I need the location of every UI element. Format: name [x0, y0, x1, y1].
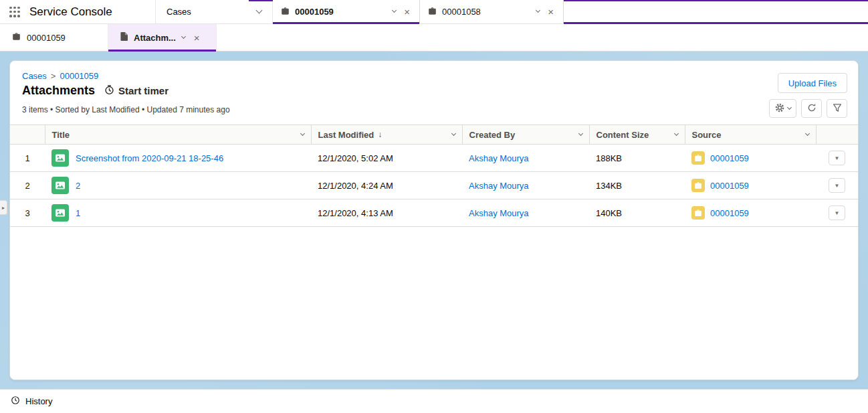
- nav-tab-label: Cases: [167, 7, 191, 17]
- column-header-last-modified[interactable]: Last Modified↓: [311, 125, 462, 145]
- source-record-link[interactable]: 00001059: [710, 153, 749, 163]
- close-tab-button[interactable]: ×: [401, 5, 413, 18]
- last-modified-cell: 12/1/2020, 4:24 AM: [311, 172, 462, 199]
- column-header-source[interactable]: Source: [685, 125, 816, 145]
- attachment-title-link[interactable]: Screenshot from 2020-09-21 18-25-46: [76, 153, 223, 163]
- row-number: 2: [10, 172, 45, 199]
- row-actions-button[interactable]: ▼: [829, 205, 845, 220]
- list-meta-text: 3 items • Sorted by Last Modified • Upda…: [22, 105, 230, 114]
- chevron-down-icon[interactable]: [181, 33, 186, 38]
- row-number: 3: [10, 199, 45, 227]
- card-header: Cases > 00001059 Attachments Start timer…: [10, 61, 858, 125]
- case-icon: [691, 179, 705, 192]
- menu-arrow-icon: ▼: [835, 155, 840, 161]
- last-modified-cell: 12/1/2020, 4:13 AM: [311, 199, 462, 227]
- upload-files-button[interactable]: Upload Files: [778, 73, 847, 93]
- card-header-actions: Upload Files: [769, 71, 847, 118]
- workspace-tab-label: 00001059: [295, 7, 387, 17]
- filter-icon: [833, 103, 842, 114]
- breadcrumb-record-link[interactable]: 00001059: [60, 71, 98, 81]
- chevron-down-icon[interactable]: [392, 8, 397, 13]
- chevron-down-icon[interactable]: [804, 131, 809, 135]
- created-by-link[interactable]: Akshay Mourya: [469, 181, 529, 191]
- left-panel-expander[interactable]: ▸: [0, 200, 7, 215]
- chevron-down-icon[interactable]: [256, 7, 263, 14]
- column-header-rownum: [10, 125, 45, 145]
- refresh-button[interactable]: [801, 99, 822, 118]
- filter-button[interactable]: [827, 99, 847, 118]
- case-icon: [691, 206, 705, 220]
- briefcase-icon: [12, 32, 21, 43]
- image-file-icon: [51, 204, 69, 222]
- breadcrumb-separator: >: [51, 71, 56, 81]
- page-title: Attachments: [22, 84, 95, 98]
- table-header-row: Title Last Modified↓ Created By Content …: [10, 125, 858, 145]
- content-size-cell: 140KB: [589, 199, 685, 227]
- content-size-cell: 134KB: [589, 172, 685, 199]
- console-main-area: ▸ Cases > 00001059 Attachments Start tim…: [0, 52, 868, 389]
- attachment-title-link[interactable]: 1: [76, 208, 80, 218]
- image-file-icon: [51, 149, 69, 167]
- chevron-down-icon: [787, 104, 792, 109]
- subtab-label: Attachm...: [134, 33, 176, 43]
- utility-bar: History: [0, 389, 868, 413]
- start-timer-button[interactable]: Start timer: [104, 85, 169, 97]
- chevron-down-icon[interactable]: [673, 131, 678, 135]
- brand-bottom-line: [564, 22, 868, 24]
- table-row: 2 2 12/1/2020, 4:24 AM Akshay Mourya 134…: [10, 172, 858, 199]
- briefcase-icon: [281, 7, 290, 17]
- breadcrumb: Cases > 00001059: [22, 71, 230, 81]
- subtab-label: 00001059: [27, 33, 66, 43]
- timer-icon: [104, 85, 114, 97]
- row-actions-button[interactable]: ▼: [829, 151, 845, 165]
- menu-arrow-icon: ▼: [835, 183, 840, 189]
- workspace-tab-00001058[interactable]: 00001058 ×: [420, 0, 564, 23]
- list-settings-button[interactable]: [769, 99, 796, 118]
- attachment-title-link[interactable]: 2: [76, 181, 80, 191]
- history-icon: [11, 396, 20, 407]
- row-actions-button[interactable]: ▼: [829, 178, 845, 193]
- last-modified-cell: 12/1/2020, 5:02 AM: [311, 145, 462, 172]
- file-icon: [120, 32, 128, 43]
- chevron-down-icon[interactable]: [536, 8, 540, 13]
- table-row: 3 1 12/1/2020, 4:13 AM Akshay Mourya 140…: [10, 199, 858, 227]
- source-record-link[interactable]: 00001059: [710, 208, 749, 218]
- column-header-content-size[interactable]: Content Size: [589, 125, 685, 145]
- chevron-down-icon[interactable]: [578, 131, 582, 135]
- close-subtab-button[interactable]: ×: [191, 31, 203, 44]
- case-icon: [691, 151, 705, 165]
- source-record-link[interactable]: 00001059: [710, 181, 749, 191]
- subtab-00001059[interactable]: 00001059: [0, 24, 108, 51]
- app-launcher-icon[interactable]: [9, 7, 20, 17]
- subtab-attachments[interactable]: Attachm... ×: [108, 24, 217, 51]
- app-title: Service Console: [29, 5, 112, 19]
- attachments-card: Cases > 00001059 Attachments Start timer…: [9, 60, 859, 380]
- column-header-title[interactable]: Title: [45, 125, 311, 145]
- column-header-actions: [816, 125, 858, 145]
- global-header: Service Console Cases 00001059 × 0000105…: [0, 0, 868, 24]
- menu-arrow-icon: ▼: [835, 210, 840, 216]
- content-size-cell: 188KB: [589, 145, 685, 172]
- workspace-subtabs: 00001059 Attachm... ×: [0, 24, 868, 52]
- history-utility-button[interactable]: History: [25, 396, 52, 406]
- breadcrumb-cases-link[interactable]: Cases: [22, 71, 47, 81]
- start-timer-label: Start timer: [118, 85, 169, 96]
- column-header-created-by[interactable]: Created By: [462, 125, 589, 145]
- app-header-left: Service Console: [0, 0, 155, 23]
- created-by-link[interactable]: Akshay Mourya: [469, 208, 529, 218]
- nav-tab-cases[interactable]: Cases: [155, 0, 273, 23]
- close-tab-button[interactable]: ×: [545, 5, 556, 18]
- chevron-down-icon[interactable]: [300, 131, 304, 135]
- created-by-link[interactable]: Akshay Mourya: [469, 153, 529, 163]
- attachments-table: Title Last Modified↓ Created By Content …: [10, 125, 858, 227]
- refresh-icon: [807, 103, 817, 114]
- image-file-icon: [51, 177, 69, 194]
- chevron-down-icon[interactable]: [451, 131, 455, 135]
- expand-arrow-icon: ▸: [2, 205, 5, 211]
- briefcase-icon: [428, 7, 437, 17]
- sort-descending-icon: ↓: [378, 130, 382, 139]
- row-number: 1: [10, 145, 45, 172]
- workspace-tab-00001059[interactable]: 00001059 ×: [273, 0, 420, 23]
- workspace-tab-label: 00001058: [442, 7, 531, 17]
- card-header-left: Cases > 00001059 Attachments Start timer…: [22, 71, 230, 118]
